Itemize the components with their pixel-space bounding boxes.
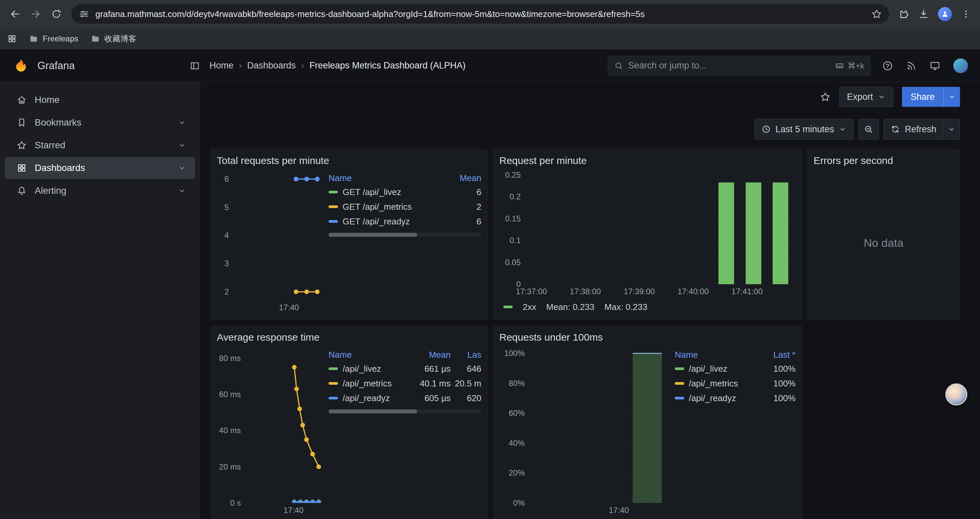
y-tick-label: 0 s — [230, 498, 241, 508]
kebab-icon[interactable] — [961, 9, 971, 19]
bookmark-label: 收藏博客 — [104, 34, 137, 44]
legend-series-name[interactable]: GET /api/_livez — [329, 187, 444, 197]
search-box[interactable]: ⌘+k — [608, 56, 870, 76]
chev-icon — [178, 186, 186, 195]
legend-series-name[interactable]: /api/_metrics — [329, 378, 413, 389]
breadcrumb-item[interactable]: Dashboards — [247, 61, 296, 71]
help-icon[interactable]: ? — [882, 60, 893, 72]
refresh-interval-dropdown[interactable] — [943, 119, 960, 139]
sidebar-item-bookmarks[interactable]: Bookmarks — [5, 112, 195, 134]
y-axis-labels: 80 ms60 ms40 ms20 ms0 s — [217, 347, 246, 503]
sidebar-item-dashboards[interactable]: Dashboards — [5, 157, 195, 179]
expand-toggle[interactable] — [178, 141, 186, 150]
legend-series-name[interactable]: GET /api/_metrics — [329, 202, 444, 212]
no-data-message: No data — [864, 236, 903, 249]
breadcrumb-item: Freeleaps Metrics Dashboard (ALPHA) — [310, 61, 466, 71]
series-color-swatch — [329, 191, 338, 193]
sidebar-item-label: Alerting — [35, 185, 66, 196]
expand-toggle[interactable] — [178, 164, 186, 172]
rss-icon[interactable] — [906, 61, 916, 71]
bookmark-item[interactable]: Freeleaps — [29, 34, 78, 44]
browser-back-button[interactable] — [5, 4, 25, 24]
folder-icon — [29, 34, 38, 43]
legend-row: /api/_livez661 µs646 — [329, 361, 481, 376]
legend-header: NameMean — [329, 171, 481, 185]
legend-total-requests: NameMeanGET /api/_livez6GET /api/_metric… — [323, 171, 481, 315]
y-tick-label: 100% — [504, 349, 525, 358]
legend-series-name[interactable]: /api/_readyz — [675, 393, 758, 404]
legend-col[interactable]: Mean — [444, 173, 481, 184]
address-bar[interactable]: grafana.mathmast.com/d/deytv4rwavabkb/fr… — [72, 4, 889, 24]
sidebar-item-starred[interactable]: Starred — [5, 134, 195, 156]
panel-title: Errors per second — [813, 154, 954, 167]
refresh-button[interactable]: Refresh — [884, 119, 943, 139]
legend-col[interactable]: Last * — [758, 350, 795, 360]
legend-row: GET /api/_metrics2 — [329, 200, 481, 214]
breadcrumb-separator: › — [239, 61, 242, 71]
zoom-out-button[interactable] — [858, 119, 879, 140]
plot-area — [234, 171, 323, 300]
sidebar-item-alerting[interactable]: Alerting — [5, 180, 195, 202]
legend-row: /api/_readyz100% — [675, 391, 795, 406]
expand-toggle[interactable] — [178, 186, 186, 195]
legend-scrollbar[interactable] — [329, 233, 481, 237]
x-tick-label: 17:38:00 — [570, 287, 601, 296]
browser-actions — [895, 7, 975, 21]
y-tick-label: 40 ms — [219, 426, 241, 435]
url-text[interactable]: grafana.mathmast.com/d/deytv4rwavabkb/fr… — [95, 9, 865, 19]
browser-profile-avatar[interactable] — [938, 7, 952, 21]
grafana-flame-icon — [13, 58, 29, 73]
sidebar-item-home[interactable]: Home — [5, 89, 195, 111]
chev-icon — [178, 141, 186, 150]
star-icon[interactable] — [871, 9, 882, 19]
legend-value: 6 — [444, 216, 481, 227]
legend-col[interactable]: Mean — [413, 350, 451, 360]
apps-icon[interactable] — [7, 34, 17, 43]
legend-series-name[interactable]: /api/_readyz — [329, 393, 413, 404]
legend-col-name[interactable]: Name — [675, 350, 758, 360]
time-range-picker[interactable]: Last 5 minutes — [754, 119, 854, 140]
puzzle-icon[interactable] — [898, 8, 909, 20]
download-icon[interactable] — [918, 8, 929, 20]
scrollbar-thumb[interactable] — [329, 409, 417, 414]
share-button[interactable]: Share — [902, 87, 960, 107]
legend-col-name[interactable]: Name — [329, 350, 413, 360]
y-tick-label: 80 ms — [219, 354, 241, 363]
search-input[interactable] — [628, 61, 830, 71]
tune-icon[interactable] — [79, 9, 89, 19]
floating-avatar[interactable] — [945, 383, 967, 406]
browser-reload-button[interactable] — [47, 4, 66, 24]
legend-value: 40.1 ms — [413, 378, 451, 389]
panel-left-icon — [189, 61, 200, 71]
legend-col[interactable]: Las — [451, 350, 481, 360]
monitor-icon[interactable] — [929, 60, 941, 72]
panel-body: 80 ms60 ms40 ms20 ms0 s17:40 NameMeanLas… — [217, 347, 481, 517]
legend-series-name[interactable]: /api/_livez — [675, 364, 758, 374]
user-avatar[interactable] — [953, 58, 968, 73]
browser-forward-button[interactable] — [26, 4, 45, 24]
header-icons: ? — [870, 58, 968, 73]
refresh-button-group: Refresh — [884, 119, 960, 140]
y-tick-label: 3 — [224, 259, 229, 268]
sidebar-toggle-button[interactable] — [189, 61, 200, 71]
grafana-logo[interactable] — [13, 58, 29, 73]
legend-series-name[interactable]: /api/_metrics — [675, 378, 758, 389]
scrollbar-thumb[interactable] — [329, 233, 417, 237]
legend-col-name[interactable]: Name — [329, 173, 444, 184]
export-button[interactable]: Export — [839, 87, 893, 107]
share-main[interactable]: Share — [902, 87, 943, 107]
x-axis-labels: 17:37:0017:38:0017:39:0017:40:0017:41:00 — [526, 284, 795, 299]
expand-toggle[interactable] — [178, 118, 186, 127]
chev-icon — [178, 164, 186, 172]
breadcrumb-item[interactable]: Home — [210, 61, 234, 71]
bookmark-item[interactable]: 收藏博客 — [91, 34, 137, 44]
legend-series-name[interactable]: GET /api/_readyz — [329, 216, 444, 227]
chart-total-requests: 6543217:40 — [217, 171, 323, 315]
legend-scrollbar[interactable] — [329, 409, 481, 414]
star-icon[interactable] — [820, 91, 830, 102]
share-dropdown-button[interactable] — [943, 87, 960, 107]
legend-series-name[interactable]: 2xx — [523, 302, 536, 312]
y-tick-label: 20% — [509, 468, 525, 477]
legend-series-name[interactable]: /api/_livez — [329, 364, 413, 374]
y-axis-labels: 100%80%60%40%20%0% — [500, 347, 530, 503]
